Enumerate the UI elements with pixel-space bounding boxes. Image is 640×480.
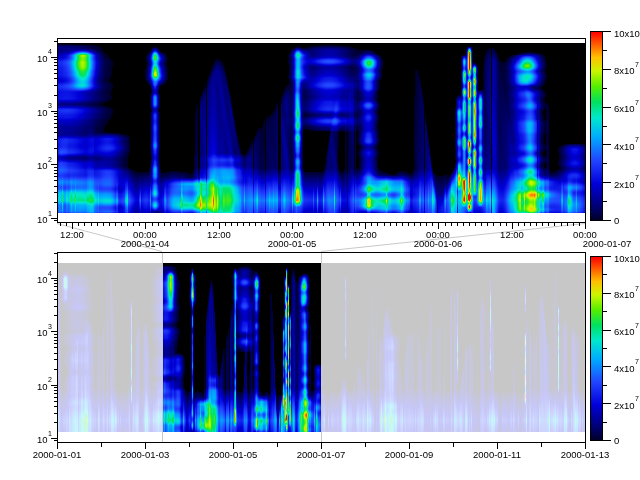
y-minor-tick (54, 286, 57, 287)
y-minor-tick (54, 123, 57, 124)
colorbar-tick-label: 6x107 (614, 325, 639, 337)
y-minor-tick (54, 290, 57, 291)
y-minor-tick (54, 406, 57, 407)
y-minor-tick (54, 340, 57, 341)
y-minor-tick (54, 59, 57, 60)
y-tick-label: 103 (37, 326, 52, 338)
top-x-time-label: 12:00 (207, 230, 231, 240)
top-x-minor-tick (133, 223, 134, 226)
top-x-minor-tick (225, 223, 226, 226)
y-minor-tick (54, 113, 57, 114)
top-x-minor-tick (451, 223, 452, 226)
y-minor-tick (54, 334, 57, 335)
bottom-x-minor-tick (277, 443, 278, 447)
top-x-minor-tick (176, 223, 177, 226)
top-x-minor-tick (524, 223, 525, 226)
bottom-x-date-label: 2000-01-07 (297, 450, 346, 460)
top-x-minor-tick (573, 223, 574, 226)
colorbar-minor-tick (603, 422, 607, 423)
top-x-minor-tick (243, 223, 244, 226)
top-x-minor-tick (579, 223, 580, 226)
top-x-minor-tick (268, 223, 269, 226)
top-x-minor-tick (561, 223, 562, 226)
top-x-date-label: 2000-01-05 (268, 239, 317, 249)
top-x-minor-tick (213, 223, 214, 226)
top-x-minor-tick (127, 223, 128, 226)
top-x-minor-tick (463, 223, 464, 226)
y-minor-tick (54, 180, 57, 181)
y-tick-label: 101 (37, 433, 52, 445)
bottom-x-date-label: 2000-01-05 (209, 450, 258, 460)
colorbar-tick-label: 0 (614, 436, 619, 446)
top-x-minor-tick (426, 223, 427, 226)
colorbar-tick-label: 2x107 (614, 178, 639, 190)
top-x-date-label: 2000-01-07 (583, 239, 632, 249)
colorbar-tick-label: 8x107 (614, 288, 639, 300)
top-x-time-label: 12:00 (500, 230, 524, 240)
colorbar-tick-label: 4x107 (614, 362, 639, 374)
y-minor-tick (54, 299, 57, 300)
bottom-x-date-label: 2000-01-03 (121, 450, 170, 460)
top-x-minor-tick (249, 223, 250, 226)
bottom-colorbar (590, 256, 603, 441)
y-minor-tick (54, 170, 57, 171)
colorbar-major-tick (603, 330, 611, 331)
top-x-minor-tick (341, 223, 342, 226)
top-x-minor-tick (432, 223, 433, 226)
y-tick-label: 102 (37, 380, 52, 392)
colorbar-minor-tick (603, 88, 607, 89)
top-x-minor-tick (500, 223, 501, 226)
top-x-minor-tick (66, 223, 67, 226)
y-minor-tick (54, 369, 57, 370)
colorbar-minor-tick (603, 201, 607, 202)
top-x-minor-tick (115, 223, 116, 226)
top-spectrogram-image (58, 43, 585, 213)
top-x-minor-tick (481, 223, 482, 226)
colorbar-major-tick (603, 220, 611, 221)
colorbar-major-tick (603, 182, 611, 183)
bottom-x-minor-tick (453, 443, 454, 447)
colorbar-tick-label: 4x107 (614, 140, 639, 152)
top-x-minor-tick (408, 223, 409, 226)
top-x-time-label: 12:00 (353, 230, 377, 240)
top-x-minor-tick (261, 223, 262, 226)
y-minor-tick (54, 41, 57, 42)
y-minor-tick (54, 315, 57, 316)
y-minor-tick (54, 119, 57, 120)
colorbar-major-tick (603, 440, 611, 441)
colorbar-major-tick (603, 366, 611, 367)
top-x-minor-tick (475, 223, 476, 226)
y-minor-tick (54, 353, 57, 354)
spectrogram-figure: 10110210310410110210310412:0000:002000-0… (0, 0, 640, 480)
y-minor-tick (54, 78, 57, 79)
top-x-minor-tick (359, 223, 360, 226)
y-minor-tick (54, 116, 57, 117)
y-minor-tick (54, 62, 57, 63)
colorbar-tick-label: 0 (614, 216, 619, 226)
top-x-minor-tick (554, 223, 555, 226)
top-colorbar (590, 31, 603, 221)
y-minor-tick (54, 253, 57, 254)
colorbar-major-tick (603, 403, 611, 404)
top-x-minor-tick (158, 223, 159, 226)
colorbar-minor-tick (603, 311, 607, 312)
colorbar-major-tick (603, 293, 611, 294)
top-x-minor-tick (371, 223, 372, 226)
bottom-shade-left (58, 263, 162, 432)
top-x-minor-tick (316, 223, 317, 226)
y-minor-tick (54, 283, 57, 284)
colorbar-major-tick (603, 144, 611, 145)
y-minor-tick (54, 132, 57, 133)
bottom-x-minor-tick (189, 443, 190, 447)
y-minor-tick (54, 387, 57, 388)
y-minor-tick (54, 359, 57, 360)
y-minor-tick (54, 413, 57, 414)
top-x-minor-tick (152, 223, 153, 226)
y-minor-tick (54, 294, 57, 295)
top-x-minor-tick (518, 223, 519, 226)
colorbar-minor-tick (603, 385, 607, 386)
colorbar-tick-label: 10x107 (614, 27, 640, 39)
top-x-time-label: 12:00 (60, 230, 84, 240)
colorbar-tick-label: 6x107 (614, 102, 639, 114)
top-x-minor-tick (207, 223, 208, 226)
